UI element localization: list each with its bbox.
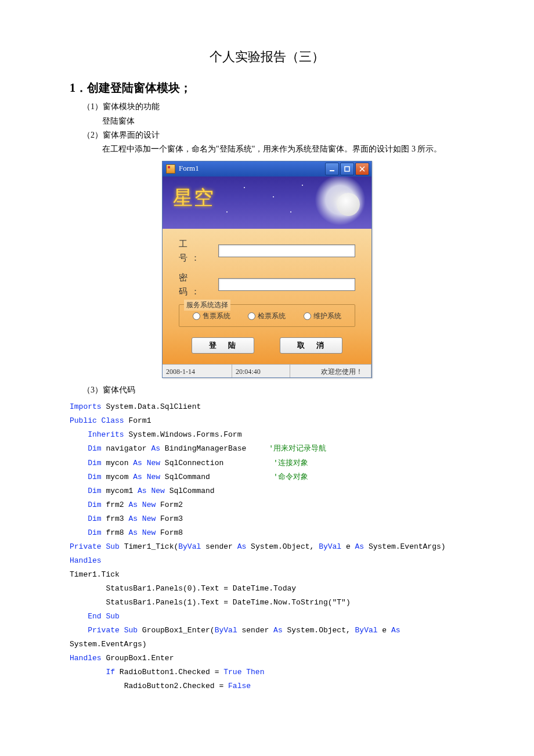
login-form-window: Form1 星空 工 号： 密 码： 服务系统选择 bbox=[162, 161, 372, 378]
label-mima: 密 码： bbox=[179, 271, 218, 298]
doc-title: 个人实验报告（三） bbox=[70, 46, 464, 67]
radio-shoupiao[interactable]: 售票系统 bbox=[193, 311, 230, 322]
service-groupbox: 服务系统选择 售票系统 检票系统 维护系统 bbox=[179, 304, 355, 327]
moon-icon bbox=[337, 193, 360, 216]
login-button[interactable]: 登 陆 bbox=[192, 337, 254, 354]
svg-rect-1 bbox=[345, 167, 349, 171]
statusbar: 2008-1-14 20:04:40 欢迎您使用！ bbox=[163, 364, 371, 377]
radio-label: 维护系统 bbox=[313, 311, 341, 322]
radio-label: 检票系统 bbox=[258, 311, 286, 322]
sub-2-body: 在工程中添加一个窗体，命名为"登陆系统"，用来作为系统登陆窗体。界面的设计如图 … bbox=[102, 143, 464, 156]
sub-1-body: 登陆窗体 bbox=[102, 115, 464, 128]
cancel-button[interactable]: 取 消 bbox=[280, 337, 342, 354]
sub-1: （1）窗体模块的功能 bbox=[82, 100, 464, 113]
form-body: 工 号： 密 码： 服务系统选择 售票系统 检票系统 维护系统 bbox=[163, 229, 371, 328]
field-row-mima: 密 码： bbox=[179, 271, 355, 298]
form-icon bbox=[166, 164, 175, 174]
window-title: Form1 bbox=[179, 163, 199, 175]
input-mima[interactable] bbox=[218, 278, 355, 291]
radio-icon bbox=[193, 312, 200, 320]
minimize-button[interactable] bbox=[325, 163, 339, 175]
status-date: 2008-1-14 bbox=[163, 365, 232, 377]
banner-logo: 星空 bbox=[173, 182, 215, 214]
input-gonghao[interactable] bbox=[218, 244, 355, 257]
maximize-button[interactable] bbox=[340, 163, 354, 175]
radio-label: 售票系统 bbox=[203, 311, 230, 322]
radio-icon bbox=[248, 312, 255, 320]
radio-icon bbox=[304, 312, 311, 320]
sub-3: （3）窗体代码 bbox=[82, 384, 464, 397]
radio-jianpiao[interactable]: 检票系统 bbox=[248, 311, 286, 322]
window-titlebar: Form1 bbox=[163, 161, 371, 177]
code-block: Imports System.Data.SqlClient Public Cla… bbox=[70, 400, 464, 693]
groupbox-legend: 服务系统选择 bbox=[184, 300, 230, 311]
radio-weihu[interactable]: 维护系统 bbox=[304, 311, 341, 322]
field-row-gonghao: 工 号： bbox=[179, 237, 355, 265]
banner: 星空 bbox=[163, 177, 371, 229]
label-gonghao: 工 号： bbox=[179, 237, 218, 265]
button-row: 登 陆 取 消 bbox=[163, 328, 371, 364]
close-button[interactable] bbox=[355, 163, 369, 175]
sub-2: （2）窗体界面的设计 bbox=[82, 129, 464, 142]
section-1-heading: 1．创建登陆窗体模块； bbox=[70, 78, 464, 97]
status-time: 20:04:40 bbox=[232, 365, 290, 377]
status-welcome: 欢迎您使用！ bbox=[290, 365, 371, 377]
